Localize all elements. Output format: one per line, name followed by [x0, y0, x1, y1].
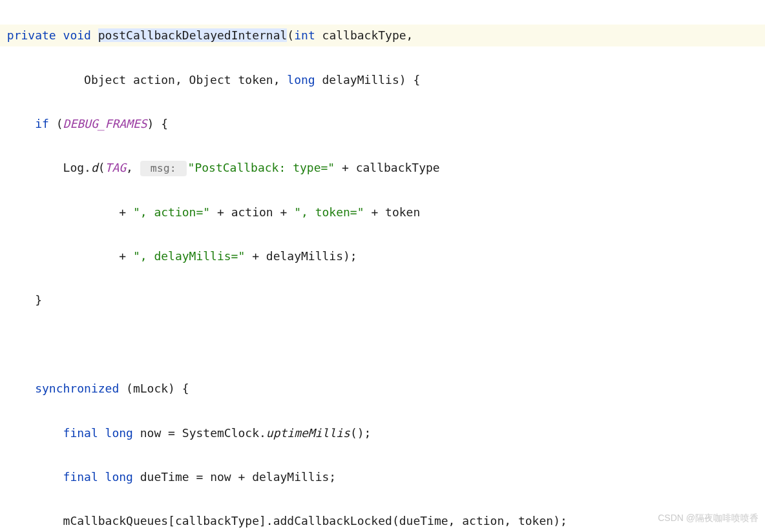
string-literal: "PostCallback: type=" — [188, 161, 335, 174]
code-line: + ", delayMillis=" + delayMillis); — [0, 245, 765, 267]
text: delayMillis) { — [315, 73, 421, 87]
text: dueTime = now + delayMillis; — [133, 470, 336, 484]
code-line: final long now = SystemClock.uptimeMilli… — [0, 422, 765, 444]
text: ( — [98, 161, 105, 174]
blank-line — [0, 334, 765, 356]
text: , — [126, 161, 140, 174]
string-literal: ", action=" — [133, 205, 210, 219]
text: ( — [49, 117, 63, 130]
text: (); — [350, 426, 372, 440]
keyword-synchronized: synchronized — [35, 382, 119, 395]
text: + delayMillis); — [245, 249, 357, 263]
brace-close: } — [35, 293, 42, 307]
text: callbackType, — [315, 28, 414, 42]
code-line: Object action, Object token, long delayM… — [0, 69, 765, 91]
text: + callbackType — [335, 161, 440, 174]
keyword-private: private — [7, 28, 56, 42]
keyword-final: final — [63, 426, 98, 440]
keyword-long: long — [105, 470, 133, 484]
text: (mLock) { — [119, 382, 189, 395]
code-line: } — [0, 289, 765, 311]
keyword-void: void — [63, 28, 91, 42]
method-d: d — [91, 161, 98, 174]
keyword-if: if — [35, 117, 49, 130]
text: now = SystemClock. — [133, 426, 266, 440]
code-line: private void postCallbackDelayedInternal… — [0, 25, 765, 46]
text: ) { — [147, 117, 169, 130]
keyword-long: long — [287, 73, 315, 87]
keyword-int: int — [294, 28, 315, 42]
text: + token — [364, 205, 421, 219]
method-name: postCallbackDelayedInternal — [98, 28, 288, 42]
text: ( — [287, 28, 294, 42]
code-line: Log.d(TAG, msg: "PostCallback: type=" + … — [0, 157, 765, 179]
param-hint-msg: msg: — [140, 161, 187, 176]
constant-tag: TAG — [105, 161, 127, 174]
string-literal: ", token=" — [294, 205, 364, 219]
constant-debug-frames: DEBUG_FRAMES — [63, 117, 147, 130]
method-uptime: uptimeMillis — [266, 426, 350, 440]
code-line: + ", action=" + action + ", token=" + to… — [0, 201, 765, 223]
text: Object action, Object token, — [0, 73, 287, 87]
text: + action + — [210, 205, 294, 219]
string-literal: ", delayMillis=" — [133, 249, 245, 263]
keyword-final: final — [63, 470, 98, 484]
text: mCallbackQueues[callbackType].addCallbac… — [63, 514, 567, 527]
code-block: private void postCallbackDelayedInternal… — [0, 0, 765, 532]
keyword-long: long — [105, 426, 133, 440]
code-line: final long dueTime = now + delayMillis; — [0, 466, 765, 488]
watermark: CSDN @隔夜咖啡喷喷香 — [658, 509, 759, 527]
text: Log. — [63, 161, 91, 174]
code-line: if (DEBUG_FRAMES) { — [0, 113, 765, 135]
code-line: mCallbackQueues[callbackType].addCallbac… — [0, 510, 765, 532]
code-line: synchronized (mLock) { — [0, 378, 765, 400]
